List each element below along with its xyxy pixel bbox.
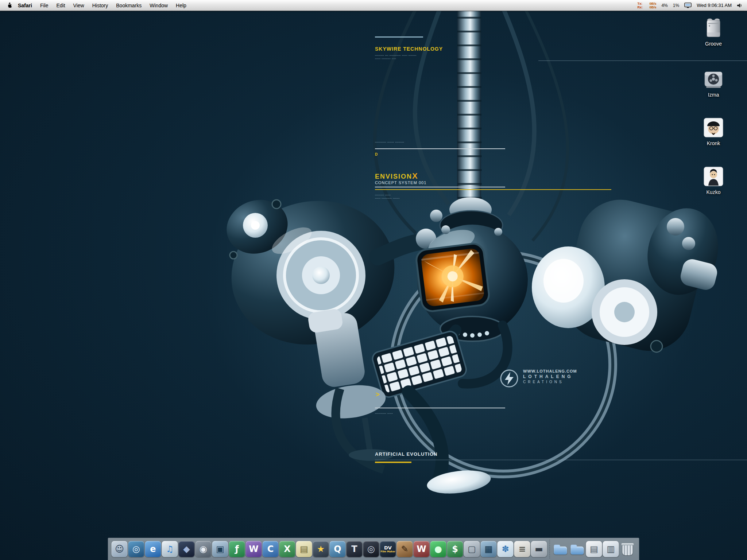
menu-bar-status: Tx:0B/s Rx:0B/s 4% 1% Wed 9:06:31 AM (637, 2, 743, 9)
dock-item-green-orb[interactable]: ● (430, 541, 446, 557)
menu-help[interactable]: Help (172, 3, 190, 8)
wallpaper-microtext: ▪▪▪▪▪ ▪▪▪▪▪▪▪▪▪ ▪▪▪▪▪▪ (375, 197, 400, 200)
menu-view[interactable]: View (69, 3, 88, 8)
film-reel-drive-icon (691, 67, 736, 91)
lothaleng-brand2: CREATIONS (523, 380, 577, 384)
dock-item-trash[interactable] (620, 541, 636, 557)
wallpaper-robot-art (0, 0, 747, 560)
dock-item-imovie[interactable]: ★ (313, 541, 329, 557)
menu-clock[interactable]: Wed 9:06:31 AM (697, 3, 732, 8)
display-icon (684, 3, 692, 8)
wallpaper-skywire-title: SKYWIRE TECHNOLOGY (375, 46, 443, 52)
desktop-icon-label: Groove (691, 41, 736, 47)
wallpaper-yellow-line (375, 189, 611, 190)
wallpaper-yellow-bar (375, 462, 411, 463)
lothaleng-url: WWW.LOTHALENG.COM (523, 369, 577, 373)
dock: ☺◎e♫◆◉▣ƒWCX▤★QT◎DVFilm Maker✎W●$▢▦✽≡▬ ▤▥ (108, 538, 639, 560)
desktop: SKYWIRE TECHNOLOGY ▪▪▪▪▪▪▪▪ ▪▪▪ ▪▪▪▪▪▪▪▪… (0, 0, 747, 560)
dock-item-folder-applications[interactable] (553, 541, 569, 557)
dock-item-dv-film-maker[interactable]: DVFilm Maker (380, 541, 396, 557)
desktop-icon-izma[interactable]: Izma (691, 67, 736, 98)
desktop-icon-groove[interactable]: Groove (691, 16, 736, 47)
desktop-icon-kuzko[interactable]: Kuzko (691, 165, 736, 195)
wallpaper-microtext: ▪▪▪▪▪▪▪▪ ▪▪▪▪▪ (375, 194, 391, 197)
kronk-avatar-icon (691, 116, 736, 139)
wallpaper-line (375, 408, 505, 408)
lightning-bolt-icon (500, 369, 519, 388)
dock-item-folder-documents[interactable] (569, 541, 585, 557)
dock-item-utility-silver[interactable]: ▢ (464, 541, 480, 557)
dock-item-address-book[interactable]: ≡ (514, 541, 530, 557)
mac-tower-icon (691, 16, 736, 40)
dock-item-utility-dark[interactable]: ◆ (179, 541, 195, 557)
menu-window[interactable]: Window (146, 3, 172, 8)
dock-item-image-capture[interactable]: ▦ (481, 541, 497, 557)
menu-history[interactable]: History (88, 3, 112, 8)
dock-files: ▤▥ (552, 541, 636, 560)
menu-bar: Safari FileEditViewHistoryBookmarksWindo… (0, 0, 747, 11)
wallpaper-microtext: ▪▪▪▪▪▪▪▪▪▪ ▪▪▪▪▪ (375, 412, 393, 415)
dock-item-stickies[interactable]: ▤ (296, 541, 312, 557)
tx-value: 0B/s (649, 2, 656, 5)
menu-bookmarks[interactable]: Bookmarks (112, 3, 146, 8)
wallpaper-envision-title: ENVISIONX (375, 171, 418, 181)
displays-menu-extra[interactable] (684, 3, 692, 8)
wallpaper-line (375, 187, 505, 187)
envision-x-mark: X (412, 171, 418, 180)
dock-item-internet-explorer[interactable]: e (145, 541, 161, 557)
lothaleng-brand: LOTHALENG (523, 374, 577, 379)
dock-item-sub-label: Film Maker (380, 551, 395, 553)
menu-items: FileEditViewHistoryBookmarksWindowHelp (36, 3, 190, 8)
wallpaper-line (375, 36, 423, 38)
speaker-icon (737, 3, 743, 8)
dock-item-documents-stack[interactable]: ▤ (586, 541, 602, 557)
wallpaper-marker-d: D (375, 152, 378, 156)
wallpaper-lothaleng-logo: WWW.LOTHALENG.COM LOTHALENG CREATIONS (500, 369, 577, 388)
desktop-icon-kronk[interactable]: Kronk (691, 116, 736, 146)
menu-safari[interactable]: Safari (14, 3, 36, 8)
dock-item-dvd-player[interactable]: ◎ (363, 541, 379, 557)
apple-menu[interactable] (4, 2, 14, 8)
dock-item-word-x[interactable]: W (246, 541, 262, 557)
dock-item-iphoto[interactable]: ✽ (498, 541, 514, 557)
network-meter[interactable]: Tx:0B/s Rx:0B/s (637, 2, 656, 9)
cpu-percent-1[interactable]: 4% (661, 3, 667, 8)
dock-item-finder[interactable]: ☺ (112, 541, 128, 557)
wallpaper-line (375, 460, 747, 460)
volume-menu-extra[interactable] (737, 3, 743, 8)
dock-item-textedit[interactable]: T (347, 541, 363, 557)
dock-item-chimera[interactable]: C (263, 541, 279, 557)
dock-item-quicktime[interactable]: Q (330, 541, 346, 557)
dock-item-freehand[interactable]: ƒ (229, 541, 245, 557)
dock-item-itunes[interactable]: ♫ (162, 541, 178, 557)
cpu-percent-2[interactable]: 1% (673, 3, 679, 8)
dock-item-quicken[interactable]: $ (447, 541, 463, 557)
desktop-icon-label: Izma (691, 92, 736, 98)
kuzko-avatar-icon (691, 165, 736, 188)
wallpaper-microtext: ▪▪▪▪▪▪▪▪ ▪▪▪ ▪▪▪▪▪▪▪▪▪▪ ▪▪▪▪▪ ▪▪▪▪▪▪▪ (375, 54, 417, 57)
wallpaper-concept-subtitle: CONCEPT SYSTEM 001 (375, 180, 426, 185)
rx-label: Rx: (637, 5, 643, 9)
dock-item-preview[interactable]: ▣ (212, 541, 228, 557)
menu-file[interactable]: File (36, 3, 53, 8)
tx-label: Tx: (637, 2, 642, 5)
dock-item-photoshop[interactable]: ✎ (397, 541, 413, 557)
desktop-icon-label: Kuzko (691, 189, 736, 195)
dock-item-excel-x[interactable]: X (279, 541, 295, 557)
wallpaper-line (375, 148, 505, 149)
dock-item-word-maroon[interactable]: W (414, 541, 430, 557)
menu-edit[interactable]: Edit (52, 3, 69, 8)
wallpaper-microtext: ▪▪▪▪▪▪▪▪▪▪ ▪▪▪▪▪▪ ▪▪▪▪▪▪▪▪ (375, 141, 404, 144)
apple-icon (7, 2, 12, 8)
dock-item-print-center[interactable]: ▬ (531, 541, 547, 557)
desktop-icon-label: Kronk (691, 140, 736, 146)
dock-item-sherlock[interactable]: ◎ (128, 541, 144, 557)
dock-item-grab-camera[interactable]: ◉ (196, 541, 212, 557)
wallpaper-line (538, 61, 747, 61)
wallpaper-marker-arrow: > (376, 391, 380, 398)
wallpaper-microtext: ▪▪▪▪▪ ▪▪▪▪▪▪▪▪ ▪▪▪▪ (375, 57, 396, 60)
wallpaper-artificial-title: ARTIFICIAL EVOLUTION (375, 451, 437, 457)
dock-item-finder-window[interactable]: ▥ (603, 541, 619, 557)
rx-value: 0B/s (649, 5, 656, 9)
dock-apps: ☺◎e♫◆◉▣ƒWCX▤★QT◎DVFilm Maker✎W●$▢▦✽≡▬ (111, 541, 547, 560)
